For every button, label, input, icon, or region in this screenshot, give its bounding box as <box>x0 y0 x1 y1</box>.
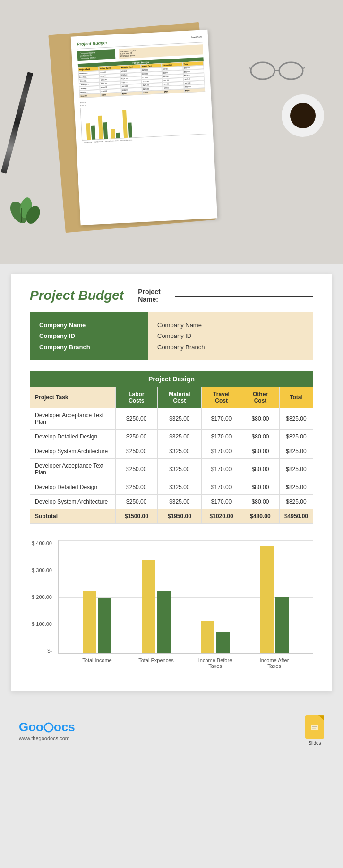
company-name-value: Company Name <box>157 320 205 330</box>
bar-group-after-taxes <box>260 546 289 653</box>
chart-area <box>58 540 313 654</box>
material-cell: $325.00 <box>157 495 201 509</box>
chart-x-labels: Total Income Total Expences Income Befor… <box>58 654 313 669</box>
bar-group-before-taxes <box>201 621 230 653</box>
task-cell: Develop System Architecture <box>30 495 116 509</box>
task-cell: Develop Detailed Design <box>30 430 116 444</box>
travel-cell: $170.00 <box>202 444 241 459</box>
preview-section: Project Budget Project Name Company Name… <box>0 0 343 264</box>
mini-document-preview: Project Budget Project Name Company Name… <box>71 30 218 226</box>
project-name-line <box>175 296 313 297</box>
table-row: Developer Acceptance Text Plan $250.00 $… <box>30 408 313 430</box>
total-cell: $825.00 <box>279 480 313 495</box>
subtotal-material: $1950.00 <box>157 509 201 524</box>
bar-green-before-taxes <box>216 632 230 653</box>
slides-icon <box>305 715 324 739</box>
company-id-value: Company ID <box>157 330 205 341</box>
table-row: Develop System Architecture $250.00 $325… <box>30 444 313 459</box>
chart-y-axis: $ 400.00 $ 300.00 $ 200.00 $ 100.00 $- <box>30 540 56 654</box>
main-section: Project Budget Project Name: Company Nam… <box>0 264 343 701</box>
th-total: Total <box>279 387 313 408</box>
other-cell: $80.00 <box>241 430 280 444</box>
subtotal-row: Subtotal $1500.00 $1950.00 $1020.00 $480… <box>30 509 313 524</box>
th-material: Material Cost <box>157 387 201 408</box>
other-cell: $80.00 <box>241 480 280 495</box>
x-label-income-after-taxes: Income After Taxes <box>256 657 293 669</box>
travel-cell: $170.00 <box>202 495 241 509</box>
coffee-inner <box>290 103 316 128</box>
grid-line-400 <box>59 540 313 541</box>
company-left-panel: Company Name Company ID Company Branch <box>30 312 148 360</box>
mini-company-left: Company NameCompany IDCompany Branch <box>77 49 115 61</box>
task-cell: Develop System Architecture <box>30 444 116 459</box>
pen-decoration <box>1 72 34 174</box>
y-label-200: $ 200.00 <box>32 594 52 600</box>
bar-yellow-after-taxes <box>260 546 274 653</box>
company-branch-value: Company Branch <box>157 342 205 353</box>
bar-group-total-expenses <box>142 560 171 653</box>
mini-title: Project Budget <box>77 41 107 47</box>
mini-table: Project Design Project TaskLabor CostsMa… <box>78 57 205 98</box>
total-cell: $825.00 <box>279 444 313 459</box>
slides-label: Slides <box>308 741 321 746</box>
goodocs-logo-wrapper[interactable]: Goo ocs <box>19 720 75 734</box>
table-row: Develop System Architecture $250.00 $325… <box>30 495 313 509</box>
svg-line-3 <box>249 66 251 68</box>
svg-rect-13 <box>312 728 316 729</box>
travel-cell: $170.00 <box>202 459 241 480</box>
project-name-label: Project Name: <box>138 288 173 303</box>
slides-wrapper: Slides <box>305 715 324 746</box>
company-right-panel: Company Name Company ID Company Branch <box>148 312 214 360</box>
bar-green-income <box>98 598 111 653</box>
y-label-0: $- <box>47 648 52 654</box>
bar-green-after-taxes <box>275 597 289 653</box>
svg-line-4 <box>303 66 305 68</box>
th-travel: Travel Cost <box>202 387 241 408</box>
labor-cell: $250.00 <box>115 495 157 509</box>
th-other: Other Cost <box>241 387 280 408</box>
labor-cell: $250.00 <box>115 459 157 480</box>
project-table: Project Task Labor Costs Material Cost T… <box>30 387 313 524</box>
svg-rect-12 <box>312 726 317 727</box>
mini-project-name: Project Name <box>191 35 202 38</box>
th-labor: Labor Costs <box>115 387 157 408</box>
travel-cell: $170.00 <box>202 430 241 444</box>
material-cell: $325.00 <box>157 430 201 444</box>
travel-cell: $170.00 <box>202 480 241 495</box>
project-name-section: Project Name: <box>138 288 313 303</box>
svg-point-1 <box>279 62 303 79</box>
chart-container: $ 400.00 $ 300.00 $ 200.00 $ 100.00 $- <box>30 540 313 673</box>
task-cell: Developer Acceptance Text Plan <box>30 459 116 480</box>
other-cell: $80.00 <box>241 408 280 430</box>
bar-yellow-before-taxes <box>201 621 214 653</box>
mini-company-right: Company NameCompany IDCompany Branch <box>119 44 203 59</box>
svg-point-10 <box>44 723 53 732</box>
svg-point-0 <box>251 62 274 79</box>
company-block: Company Name Company ID Company Branch C… <box>30 312 313 360</box>
logo-d-circle <box>43 722 54 733</box>
subtotal-travel: $1020.00 <box>202 509 241 524</box>
bar-yellow-expenses <box>142 560 155 653</box>
logo-goo: Goo <box>19 720 43 734</box>
project-design-section: Project Design Project Task Labor Costs … <box>30 371 313 524</box>
main-document: Project Budget Project Name: Company Nam… <box>11 274 332 691</box>
total-cell: $825.00 <box>279 430 313 444</box>
doc-title: Project Budget <box>30 288 124 303</box>
footer-section: Goo ocs www.thegoodocs.com Slides <box>0 701 343 760</box>
bar-group-total-income <box>83 591 111 653</box>
labor-cell: $250.00 <box>115 430 157 444</box>
table-row: Developer Acceptance Text Plan $250.00 $… <box>30 459 313 480</box>
y-label-400: $ 400.00 <box>32 540 52 546</box>
y-label-300: $ 300.00 <box>32 567 52 573</box>
material-cell: $325.00 <box>157 444 201 459</box>
x-label-income-before-taxes: Income Before Taxes <box>197 657 234 669</box>
svg-rect-11 <box>311 725 318 730</box>
company-id-left-label: Company ID <box>39 330 138 341</box>
other-cell: $80.00 <box>241 495 280 509</box>
x-label-total-expences: Total Expences <box>137 657 175 669</box>
total-cell: $825.00 <box>279 459 313 480</box>
table-title: Project Design <box>30 371 313 387</box>
leaves-decoration <box>9 189 47 227</box>
subtotal-other: $480.00 <box>241 509 280 524</box>
subtotal-total: $4950.00 <box>279 509 313 524</box>
